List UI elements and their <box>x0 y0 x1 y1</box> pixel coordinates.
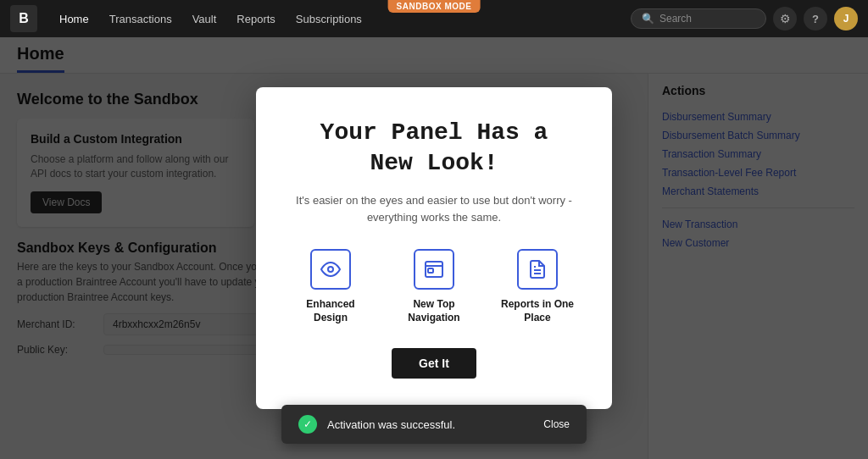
search-icon: 🔍 <box>642 13 654 25</box>
nav-link-transactions[interactable]: Transactions <box>101 9 181 29</box>
search-box[interactable]: 🔍 Search <box>631 8 766 29</box>
reports-label: Reports in One Place <box>499 298 576 324</box>
modal-features: Enhanced Design New Top Navigation <box>290 249 578 324</box>
sandbox-badge: SANDBOX MODE <box>388 0 481 13</box>
gear-icon: ⚙ <box>780 12 791 25</box>
get-it-button[interactable]: Get It <box>392 348 476 379</box>
top-navigation: B Home Transactions Vault Reports Subscr… <box>0 0 868 37</box>
nav-links: Home Transactions Vault Reports Subscrip… <box>51 9 370 29</box>
toast-message: Activation was successful. <box>327 418 533 431</box>
top-navigation-icon <box>414 249 454 290</box>
nav-right: 🔍 Search ⚙ ? J <box>631 7 858 30</box>
toast-close-button[interactable]: Close <box>543 418 570 430</box>
settings-button[interactable]: ⚙ <box>773 7 797 30</box>
nav-link-subscriptions[interactable]: Subscriptions <box>287 9 370 29</box>
toast-success-icon: ✓ <box>298 415 317 434</box>
help-button[interactable]: ? <box>804 7 827 30</box>
feature-top-navigation: New Top Navigation <box>396 249 472 324</box>
nav-link-reports[interactable]: Reports <box>228 9 284 29</box>
modal-subtitle: It's easier on the eyes and easier to us… <box>290 192 578 225</box>
svg-point-0 <box>328 267 333 272</box>
top-navigation-label: New Top Navigation <box>396 298 472 324</box>
enhanced-design-icon <box>310 249 351 290</box>
nav-link-vault[interactable]: Vault <box>184 9 225 29</box>
new-look-modal: Your Panel Has aNew Look! It's easier on… <box>256 87 612 410</box>
help-icon: ? <box>812 13 819 25</box>
modal-overlay: Your Panel Has aNew Look! It's easier on… <box>0 37 868 459</box>
modal-title: Your Panel Has aNew Look! <box>290 118 578 180</box>
feature-enhanced-design: Enhanced Design <box>292 249 369 324</box>
reports-icon <box>517 249 558 290</box>
enhanced-design-label: Enhanced Design <box>292 298 369 324</box>
nav-link-home[interactable]: Home <box>51 9 97 29</box>
svg-rect-5 <box>428 268 433 273</box>
search-placeholder: Search <box>659 13 692 25</box>
toast-notification: ✓ Activation was successful. Close <box>281 405 587 444</box>
user-avatar[interactable]: J <box>834 7 858 30</box>
brand-logo[interactable]: B <box>10 5 37 32</box>
feature-reports: Reports in One Place <box>499 249 576 324</box>
